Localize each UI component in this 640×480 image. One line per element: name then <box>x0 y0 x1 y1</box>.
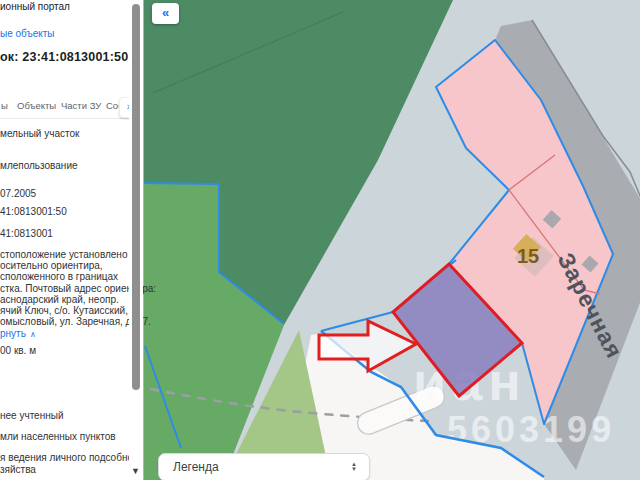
chevron-double-left-icon: « <box>162 5 169 20</box>
cadastral-portal-screen: ионный портал ые объекты ок: 23:41:08130… <box>0 0 640 480</box>
permitted-use-line: я ведения личного подсобного <box>0 452 142 464</box>
portal-header: ионный портал <box>0 1 70 12</box>
legend-dropdown[interactable]: Легенда ▲ ▼ <box>158 453 370 480</box>
permitted-use-line: зяйства <box>0 464 142 476</box>
collapse-panel-button[interactable]: « <box>152 3 179 24</box>
watermark-number: 5603199 <box>447 409 615 450</box>
cadastral-number-value: 41:0813001:50 <box>0 206 67 217</box>
parcel-number-label: 15 <box>517 245 539 267</box>
usage-value: млепользование <box>0 160 78 171</box>
object-type-value: мельный участок <box>0 128 79 139</box>
land-category-value: мли населенных пунктов <box>0 431 116 442</box>
chevron-up-down-icon: ▲ ▼ <box>351 462 357 472</box>
chevron-up-icon: ∧ <box>30 330 36 339</box>
tab-fragment[interactable]: ы <box>1 100 8 111</box>
status-value: нее учтенный <box>0 410 63 421</box>
back-to-objects-link[interactable]: ые объекты <box>0 28 55 39</box>
info-panel: ионный портал ые объекты ок: 23:41:08130… <box>0 0 130 480</box>
chevron-down-glyph: ▼ <box>351 467 357 472</box>
panel-scrollbar[interactable]: ▼ <box>129 0 143 480</box>
permitted-use-block: я ведения личного подсобного зяйства <box>0 452 142 476</box>
tab-parcel-parts[interactable]: Части ЗУ <box>61 100 101 111</box>
collapse-address-link[interactable]: рнуть∧ <box>0 328 36 339</box>
collapse-link-label: рнуть <box>0 328 26 339</box>
scrollbar-down-arrow-icon[interactable]: ▼ <box>131 466 140 476</box>
legend-label: Легенда <box>173 460 219 474</box>
scrollbar-thumb[interactable] <box>132 4 140 390</box>
object-title: ок: 23:41:0813001:50 <box>0 50 128 64</box>
area-value: 00 кв. м <box>0 345 36 356</box>
map-canvas[interactable]: иан 5603199 15 Заречная <box>143 0 640 480</box>
tabs-divider <box>0 118 129 119</box>
quarter-number-value: 41:0813001 <box>0 228 53 239</box>
registration-date-value: 07.2005 <box>0 188 36 199</box>
tab-objects[interactable]: Объекты <box>17 100 56 111</box>
